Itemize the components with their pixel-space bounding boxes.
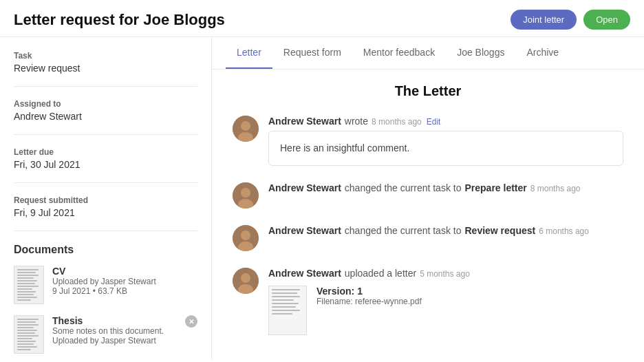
avatar-svg-4 (233, 268, 259, 294)
svg-point-10 (241, 273, 250, 283)
svg-point-4 (241, 188, 250, 198)
sidebar-documents-section: Documents CV Uploaded by Jasper Stewar (14, 244, 197, 360)
avatar-andrew-4 (233, 268, 259, 294)
prepare-task: Prepare letter (464, 182, 526, 193)
sidebar-task-section: Task Review request (14, 51, 197, 87)
submitted-label: Request submitted (14, 195, 197, 205)
content-title: The Letter (233, 83, 623, 99)
letter-filename: Filename: referee-wynne.pdf (316, 297, 422, 306)
thesis-close-button[interactable]: ✕ (185, 315, 197, 328)
prepare-body: Andrew Stewart changed the current task … (268, 182, 623, 198)
document-thesis: Thesis Some notes on this document. Uplo… (14, 315, 197, 354)
page-header: Letter request for Joe Bloggs Joint lett… (0, 0, 644, 37)
upload-action: uploaded a letter (345, 268, 416, 279)
prepare-action: changed the current task to (345, 182, 462, 193)
comment-edit-button[interactable]: Edit (427, 117, 441, 127)
svg-point-7 (241, 231, 250, 240)
comment-time: 8 months ago (372, 117, 422, 127)
prepare-author: Andrew Stewart (268, 182, 341, 193)
sidebar-assigned-section: Assigned to Andrew Stewart (14, 99, 197, 135)
tab-mentor-feedback[interactable]: Mentor feedback (352, 37, 446, 69)
due-value: Fri, 30 Jul 2021 (14, 159, 197, 170)
avatar-andrew-2 (233, 182, 259, 209)
avatar-svg-1 (233, 116, 259, 142)
prepare-header: Andrew Stewart changed the current task … (268, 182, 623, 193)
thesis-info: Thesis Some notes on this document. Uplo… (52, 315, 197, 345)
due-label: Letter due (14, 147, 197, 157)
main-layout: Task Review request Assigned to Andrew S… (0, 37, 644, 360)
assigned-label: Assigned to (14, 99, 197, 109)
comment-body: Andrew Stewart wrote 8 months ago Edit H… (268, 116, 623, 166)
cv-meta: 9 Jul 2021 • 63.7 KB (52, 286, 197, 296)
thesis-uploader: Uploaded by Jasper Stewart (52, 336, 197, 345)
prepare-time: 8 months ago (530, 184, 581, 193)
page-title: Letter request for Joe Bloggs (14, 11, 225, 29)
tab-bar: Letter Request form Mentor feedback Joe … (212, 37, 644, 70)
joint-letter-button[interactable]: Joint letter (511, 10, 577, 30)
upload-letter-details: Version: 1 Filename: referee-wynne.pdf (268, 286, 623, 335)
review-body: Andrew Stewart changed the current task … (268, 225, 623, 240)
letter-version: Version: 1 (316, 286, 422, 297)
thesis-description: Some notes on this document. (52, 326, 197, 336)
task-value: Review request (14, 63, 197, 74)
sidebar-submitted-section: Request submitted Fri, 9 Jul 2021 (14, 195, 197, 231)
task-label: Task (14, 51, 197, 61)
activity-upload: Andrew Stewart uploaded a letter 5 month… (233, 268, 623, 335)
tab-archive[interactable]: Archive (515, 37, 570, 69)
sidebar: Task Review request Assigned to Andrew S… (0, 37, 212, 360)
avatar-svg-2 (233, 182, 259, 209)
tab-letter[interactable]: Letter (226, 37, 272, 69)
avatar-svg-3 (233, 225, 259, 251)
letter-file-info: Version: 1 Filename: referee-wynne.pdf (316, 286, 422, 306)
activity-prepare: Andrew Stewart changed the current task … (233, 182, 623, 209)
content-area: The Letter Andrew Stewart wrote 8 months… (212, 70, 644, 360)
comment-author: Andrew Stewart (268, 116, 341, 127)
assigned-value: Andrew Stewart (14, 111, 197, 122)
cv-thumbnail (14, 266, 44, 304)
review-header: Andrew Stewart changed the current task … (268, 225, 623, 236)
thesis-thumbnail (14, 315, 44, 354)
svg-point-1 (241, 121, 250, 131)
documents-title: Documents (14, 244, 197, 256)
avatar-andrew-3 (233, 225, 259, 251)
cv-info: CV Uploaded by Jasper Stewart 9 Jul 2021… (52, 266, 197, 296)
comment-header: Andrew Stewart wrote 8 months ago Edit (268, 116, 623, 127)
thesis-name: Thesis (52, 315, 197, 326)
header-actions: Joint letter Open (511, 10, 630, 30)
tab-joe-bloggs[interactable]: Joe Bloggs (446, 37, 515, 69)
upload-body: Andrew Stewart uploaded a letter 5 month… (268, 268, 623, 335)
submitted-value: Fri, 9 Jul 2021 (14, 207, 197, 218)
main-content: Letter Request form Mentor feedback Joe … (212, 37, 644, 360)
upload-author: Andrew Stewart (268, 268, 341, 279)
review-task: Review request (464, 225, 535, 236)
comment-text: Here is an insightful comment. (268, 131, 623, 166)
letter-thumbnail (268, 286, 307, 335)
avatar-andrew-1 (233, 116, 259, 142)
upload-time: 5 months ago (420, 269, 470, 279)
review-author: Andrew Stewart (268, 225, 341, 236)
open-button[interactable]: Open (583, 10, 630, 30)
activity-comment: Andrew Stewart wrote 8 months ago Edit H… (233, 116, 623, 166)
activity-review: Andrew Stewart changed the current task … (233, 225, 623, 251)
review-time: 6 months ago (539, 226, 589, 236)
comment-wrote: wrote (345, 116, 368, 127)
review-action: changed the current task to (345, 225, 462, 236)
tab-request-form[interactable]: Request form (272, 37, 352, 69)
upload-header: Andrew Stewart uploaded a letter 5 month… (268, 268, 623, 279)
cv-uploader: Uploaded by Jasper Stewart (52, 277, 197, 286)
cv-name: CV (52, 266, 197, 277)
document-cv: CV Uploaded by Jasper Stewart 9 Jul 2021… (14, 266, 197, 304)
sidebar-due-section: Letter due Fri, 30 Jul 2021 (14, 147, 197, 183)
